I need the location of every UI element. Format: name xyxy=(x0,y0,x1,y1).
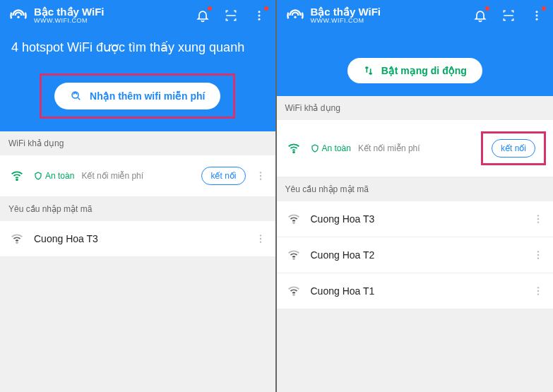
svg-point-25 xyxy=(537,257,539,259)
more-dot xyxy=(542,6,546,11)
header-top: Bậc thầy WiFi WWW.WIFI.COM xyxy=(8,6,267,25)
row-more-icon[interactable] xyxy=(253,233,268,244)
section-needpw: Yêu cầu nhập mật mã xyxy=(277,177,554,201)
wifi-logo-icon xyxy=(285,6,305,25)
wifi-logo-icon xyxy=(8,6,28,25)
svg-point-2 xyxy=(258,15,260,17)
row-more-icon[interactable] xyxy=(253,170,268,182)
wifi-name: Cuong Hoa T2 xyxy=(311,249,524,261)
section-needpw: Yêu cầu nhập mật mã xyxy=(0,197,275,221)
screenshot-left: Bậc thầy WiFi WWW.WIFI.COM 4 hotspot WiF… xyxy=(0,0,277,392)
svg-point-23 xyxy=(537,251,539,252)
connect-button[interactable]: kết nối xyxy=(492,139,535,158)
safe-badge: An toàn xyxy=(311,143,351,153)
app-title-block: Bậc thầy WiFi WWW.WIFI.COM xyxy=(34,6,189,25)
wifi-signal-icon xyxy=(7,168,27,184)
header-top: Bậc thầy WiFi WWW.WIFI.COM xyxy=(285,6,545,25)
updown-icon xyxy=(363,65,374,76)
svg-point-11 xyxy=(259,238,261,239)
wifi-weak-icon xyxy=(284,247,304,263)
hero-text: 4 hotspot WiFi được tìm thấy xung quanh xyxy=(11,40,264,55)
svg-point-6 xyxy=(259,172,261,173)
wifi-info: An toàn Kết nối miễn phí xyxy=(34,171,194,181)
safe-badge: An toàn xyxy=(34,171,74,181)
svg-point-26 xyxy=(293,295,295,296)
svg-point-10 xyxy=(259,234,261,236)
screenshot-right: Bậc thầy WiFi WWW.WIFI.COM xyxy=(277,0,554,392)
wifi-name: Cuong Hoa T3 xyxy=(311,213,524,225)
wifi-signal-icon xyxy=(284,141,304,156)
scan-icon[interactable] xyxy=(223,8,239,23)
get-free-wifi-button[interactable]: Nhận thêm wifi miễn phí xyxy=(54,83,220,109)
app-header: Bậc thầy WiFi WWW.WIFI.COM xyxy=(277,0,554,96)
more-icon[interactable] xyxy=(251,8,267,23)
svg-point-29 xyxy=(537,293,539,295)
svg-point-12 xyxy=(259,241,261,242)
svg-point-3 xyxy=(258,18,260,20)
svg-point-5 xyxy=(16,179,18,181)
row-more-icon[interactable] xyxy=(530,249,546,261)
cta-highlight: Nhận thêm wifi miễn phí xyxy=(40,73,235,119)
app-title: Bậc thầy WiFi xyxy=(311,6,468,18)
svg-point-8 xyxy=(259,178,261,179)
header-actions xyxy=(472,8,545,23)
search-wifi-icon xyxy=(70,90,83,102)
enable-mobile-data-button[interactable]: Bật mạng di động xyxy=(347,58,482,83)
section-available: WiFi khả dụng xyxy=(0,131,275,155)
app-header: Bậc thầy WiFi WWW.WIFI.COM 4 hotspot WiF… xyxy=(0,0,275,131)
wifi-weak-icon xyxy=(7,231,27,247)
free-connect-label: Kết nối miễn phí xyxy=(358,143,420,153)
notification-dot xyxy=(485,6,489,11)
scan-icon[interactable] xyxy=(501,8,516,23)
app-title-block: Bậc thầy WiFi WWW.WIFI.COM xyxy=(311,6,468,25)
app-subtitle: WWW.WIFI.COM xyxy=(34,18,189,25)
hero-button-wrap: Bật mạng di động xyxy=(285,58,545,83)
svg-point-13 xyxy=(294,16,296,18)
svg-point-20 xyxy=(537,218,539,220)
section-available: WiFi khả dụng xyxy=(277,96,554,120)
svg-point-24 xyxy=(537,254,539,256)
empty-space xyxy=(0,257,275,392)
svg-point-15 xyxy=(536,15,538,17)
list-item[interactable]: Cuong Hoa T2 xyxy=(277,237,554,273)
bell-icon[interactable] xyxy=(472,8,488,23)
svg-point-22 xyxy=(293,259,295,260)
svg-point-0 xyxy=(17,16,19,18)
available-wifi-row[interactable]: An toàn Kết nối miễn phí kết nối xyxy=(0,155,275,197)
empty-space xyxy=(277,309,554,392)
app-subtitle: WWW.WIFI.COM xyxy=(311,18,468,25)
more-icon[interactable] xyxy=(529,8,545,23)
header-actions xyxy=(195,8,267,23)
svg-point-19 xyxy=(537,215,539,216)
svg-point-14 xyxy=(536,11,538,13)
app-title: Bậc thầy WiFi xyxy=(34,6,189,18)
svg-point-16 xyxy=(536,18,538,20)
available-wifi-row[interactable]: An toàn Kết nối miễn phí kết nối xyxy=(277,120,554,177)
svg-point-21 xyxy=(537,221,539,222)
list-item[interactable]: Cuong Hoa T3 xyxy=(277,201,554,237)
svg-point-17 xyxy=(293,152,295,153)
svg-point-18 xyxy=(293,222,295,224)
notification-dot xyxy=(208,6,212,11)
cta-label: Nhận thêm wifi miễn phí xyxy=(90,90,205,102)
svg-point-27 xyxy=(537,287,539,288)
svg-point-28 xyxy=(537,290,539,292)
wifi-weak-icon xyxy=(284,283,304,299)
list-item[interactable]: Cuong Hoa T1 xyxy=(277,273,554,309)
connect-highlight: kết nối xyxy=(481,131,546,165)
svg-point-9 xyxy=(16,242,18,244)
wifi-name: Cuong Hoa T1 xyxy=(311,285,524,297)
row-more-icon[interactable] xyxy=(530,213,546,225)
svg-point-1 xyxy=(258,11,260,13)
hero-button-wrap: Nhận thêm wifi miễn phí xyxy=(8,73,267,119)
more-dot xyxy=(264,6,268,11)
cta-label: Bật mạng di động xyxy=(381,65,467,76)
svg-point-7 xyxy=(259,175,261,177)
wifi-name: Cuong Hoa T3 xyxy=(34,233,246,244)
list-item[interactable]: Cuong Hoa T3 xyxy=(0,221,275,257)
free-connect-label: Kết nối miễn phí xyxy=(81,171,143,181)
bell-icon[interactable] xyxy=(195,8,210,23)
connect-button[interactable]: kết nối xyxy=(201,167,245,185)
wifi-weak-icon xyxy=(284,211,304,227)
row-more-icon[interactable] xyxy=(530,285,546,297)
